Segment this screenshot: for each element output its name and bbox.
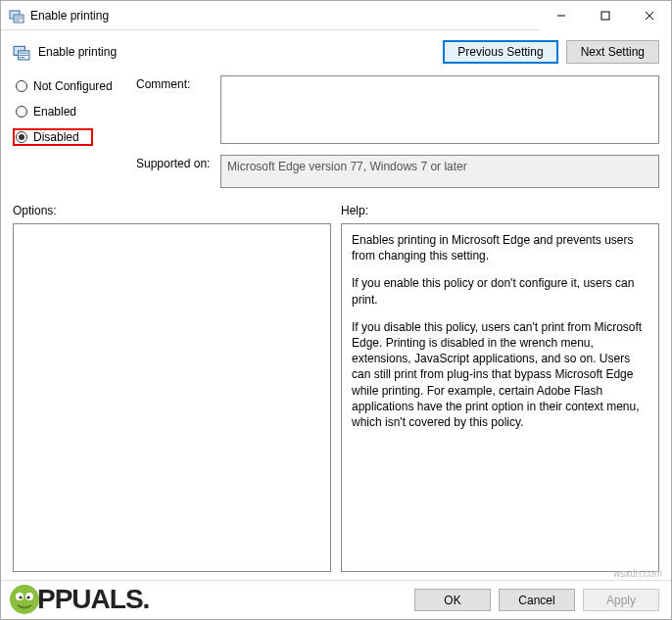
apply-button: Apply xyxy=(583,589,659,611)
supported-on-value: Microsoft Edge version 77, Windows 7 or … xyxy=(220,155,659,188)
radio-enabled[interactable]: Enabled xyxy=(13,103,130,120)
help-text: If you disable this policy, users can't … xyxy=(352,319,648,430)
comment-label: Comment: xyxy=(136,75,215,91)
help-panel[interactable]: Enables printing in Microsoft Edge and p… xyxy=(341,223,659,572)
comment-field-wrap xyxy=(220,75,659,147)
radio-icon xyxy=(16,80,27,92)
radio-disabled[interactable]: Disabled xyxy=(13,128,93,146)
options-label: Options: xyxy=(13,204,331,217)
comment-textarea[interactable] xyxy=(220,75,659,144)
options-panel[interactable] xyxy=(13,223,331,572)
radio-not-configured[interactable]: Not Configured xyxy=(13,77,130,95)
radio-icon xyxy=(16,106,27,118)
help-text: If you enable this policy or don't confi… xyxy=(352,275,648,307)
maximize-button[interactable] xyxy=(583,1,627,30)
lower-panels: Options: Help: Enables printing in Micro… xyxy=(13,204,659,572)
previous-setting-button[interactable]: Previous Setting xyxy=(443,40,557,64)
radio-label: Enabled xyxy=(33,105,76,119)
next-setting-button[interactable]: Next Setting xyxy=(566,40,659,64)
policy-title: Enable printing xyxy=(38,45,117,59)
titlebar: Enable printing xyxy=(1,1,671,30)
state-radio-group: Not Configured Enabled Disabled xyxy=(13,75,130,146)
supported-on-wrap: Microsoft Edge version 77, Windows 7 or … xyxy=(220,155,659,188)
help-column: Help: Enables printing in Microsoft Edge… xyxy=(341,204,659,572)
radio-label: Not Configured xyxy=(33,79,113,93)
dialog-window: Enable printing Enable printing Previous… xyxy=(0,0,672,620)
policy-icon xyxy=(9,8,24,24)
minimize-button[interactable] xyxy=(539,1,583,30)
ok-button[interactable]: OK xyxy=(414,589,491,611)
dialog-buttons: OK Cancel Apply xyxy=(1,580,671,619)
svg-rect-3 xyxy=(601,12,609,20)
help-text: Enables printing in Microsoft Edge and p… xyxy=(352,232,648,263)
window-controls xyxy=(539,1,671,29)
help-label: Help: xyxy=(341,204,659,217)
cancel-button[interactable]: Cancel xyxy=(499,589,575,611)
policy-icon xyxy=(13,43,30,61)
close-button[interactable] xyxy=(627,1,671,30)
supported-on-label: Supported on: xyxy=(136,155,215,170)
top-config-grid: Not Configured Enabled Disabled Comment:… xyxy=(13,75,659,188)
window-title: Enable printing xyxy=(30,9,109,23)
radio-label: Disabled xyxy=(33,130,79,144)
radio-icon xyxy=(16,131,27,143)
content-area: Not Configured Enabled Disabled Comment:… xyxy=(1,72,671,580)
header-row: Enable printing Previous Setting Next Se… xyxy=(1,30,671,72)
options-column: Options: xyxy=(13,204,331,572)
